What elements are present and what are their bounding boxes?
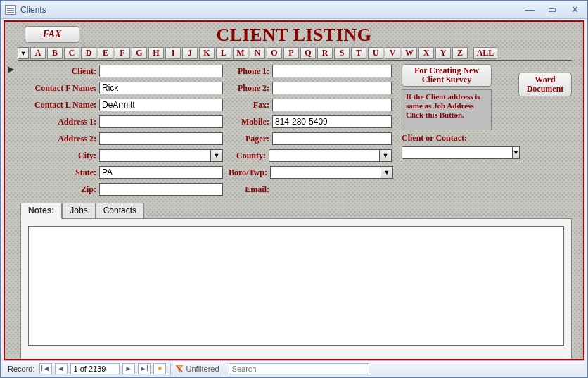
borotwp-label: Boro/Twp: [229, 168, 270, 178]
mobile-input[interactable] [272, 115, 392, 128]
alpha-button-c[interactable]: C [64, 47, 79, 59]
alpha-button-v[interactable]: V [385, 47, 400, 59]
nav-new-button[interactable]: ✷ [153, 363, 166, 374]
record-label: Record: [8, 365, 35, 373]
state-label: State: [20, 168, 99, 178]
alpha-filter-row: ▼ ABCDEFGHIJKLMNOPQRSTUVWXYZ ALL [18, 47, 572, 61]
nav-prev-button[interactable]: ◄ [55, 363, 68, 374]
alpha-button-s[interactable]: S [334, 47, 350, 59]
tab-jobs[interactable]: Jobs [62, 203, 95, 219]
tab-contacts[interactable]: Contacts [96, 203, 144, 219]
county-input[interactable] [269, 149, 379, 162]
alpha-button-w[interactable]: W [402, 47, 417, 59]
address-hint-box[interactable]: If the Client address is same as Job Add… [402, 89, 492, 130]
alpha-button-u[interactable]: U [368, 47, 383, 59]
borotwp-input[interactable] [270, 166, 381, 179]
alpha-button-j[interactable]: J [182, 47, 198, 59]
alpha-all-button[interactable]: ALL [473, 47, 497, 59]
zip-label: Zip: [20, 184, 99, 195]
county-dropdown-button[interactable]: ▼ [379, 149, 392, 162]
phone1-input[interactable] [272, 65, 392, 77]
alpha-button-y[interactable]: Y [435, 47, 451, 59]
alpha-button-g[interactable]: G [132, 47, 147, 59]
zip-input[interactable] [99, 183, 223, 196]
client-or-contact-dropdown-button[interactable]: ▼ [512, 146, 520, 159]
alpha-button-k[interactable]: K [199, 47, 215, 59]
alpha-button-q[interactable]: Q [300, 47, 316, 59]
record-nav-bar: Record: I◄ ◄ ► ►I ✷ Unfiltered [4, 360, 584, 376]
phone2-input[interactable] [272, 82, 392, 94]
borotwp-dropdown-button[interactable]: ▼ [381, 166, 393, 179]
alpha-button-a[interactable]: A [30, 47, 46, 59]
fax-input[interactable] [272, 99, 392, 111]
alpha-button-h[interactable]: H [148, 47, 164, 59]
maximize-button[interactable]: ▭ [544, 4, 561, 15]
address2-input[interactable] [99, 132, 223, 145]
app-icon [5, 5, 16, 15]
alpha-button-t[interactable]: T [351, 47, 366, 59]
alpha-button-r[interactable]: R [317, 47, 333, 59]
search-box[interactable] [229, 363, 369, 374]
nav-last-button[interactable]: ►I [138, 363, 151, 374]
address1-label: Address 1: [20, 117, 99, 127]
client-label: Client: [20, 66, 99, 77]
contact-f-label: Contact F Name: [20, 83, 99, 94]
tab-notes[interactable]: Notes: [20, 203, 62, 219]
alpha-button-n[interactable]: N [250, 47, 265, 59]
alpha-button-d[interactable]: D [81, 47, 96, 59]
new-client-survey-button[interactable]: For Creating New Client Survey [402, 64, 492, 87]
filter-status[interactable]: Unfiltered [175, 365, 219, 373]
close-button[interactable]: ✕ [566, 4, 583, 15]
filter-text: Unfiltered [186, 365, 219, 373]
page-heading: CLIENT LISTING [5, 25, 583, 46]
nav-next-button[interactable]: ► [122, 363, 135, 374]
alpha-dropdown[interactable]: ▼ [18, 47, 29, 59]
record-position-box[interactable] [70, 363, 120, 374]
fax-label: Fax: [229, 100, 272, 111]
alpha-button-p[interactable]: P [283, 47, 299, 59]
title-bar: Clients — ▭ ✕ [1, 1, 587, 19]
alpha-button-l[interactable]: L [216, 47, 231, 59]
mobile-label: Mobile: [229, 117, 272, 127]
contact-l-label: Contact L Name: [20, 100, 99, 111]
funnel-icon [175, 365, 184, 373]
address2-label: Address 2: [20, 134, 99, 144]
alpha-button-m[interactable]: M [233, 47, 248, 59]
email-label: Email: [229, 184, 272, 195]
record-selector-icon[interactable]: ▶ [8, 64, 16, 74]
alpha-button-f[interactable]: F [115, 47, 130, 59]
client-or-contact-label: Client or Contact: [402, 133, 492, 144]
minimize-button[interactable]: — [521, 4, 538, 15]
nav-first-button[interactable]: I◄ [39, 363, 52, 374]
pager-label: Pager: [229, 134, 272, 144]
alpha-button-x[interactable]: X [418, 47, 434, 59]
notes-textarea[interactable] [28, 226, 564, 346]
address1-input[interactable] [99, 115, 223, 128]
county-label: County: [229, 151, 269, 161]
state-input[interactable] [99, 166, 223, 179]
window-frame: Clients — ▭ ✕ FAX CLIENT LISTING ▼ ABCDE… [0, 0, 588, 378]
city-input[interactable] [99, 149, 210, 162]
tab-panel-notes [20, 218, 572, 360]
city-label: City: [20, 151, 99, 161]
contact-f-input[interactable] [99, 82, 223, 94]
email-input[interactable] [272, 183, 392, 196]
phone2-label: Phone 2: [229, 83, 272, 94]
pager-input[interactable] [272, 132, 392, 145]
contact-l-input[interactable] [99, 99, 223, 111]
client-input[interactable] [99, 65, 223, 77]
content-area: FAX CLIENT LISTING ▼ ABCDEFGHIJKLMNOPQRS… [4, 20, 584, 360]
alpha-button-i[interactable]: I [165, 47, 181, 59]
window-title: Clients [20, 5, 521, 15]
city-dropdown-button[interactable]: ▼ [210, 149, 223, 162]
phone1-label: Phone 1: [229, 66, 272, 77]
client-or-contact-input[interactable] [402, 146, 512, 159]
alpha-button-o[interactable]: O [267, 47, 282, 59]
details-tabs: Notes: Jobs Contacts [20, 202, 572, 352]
alpha-button-b[interactable]: B [47, 47, 63, 59]
alpha-button-e[interactable]: E [98, 47, 113, 59]
alpha-button-z[interactable]: Z [452, 47, 468, 59]
